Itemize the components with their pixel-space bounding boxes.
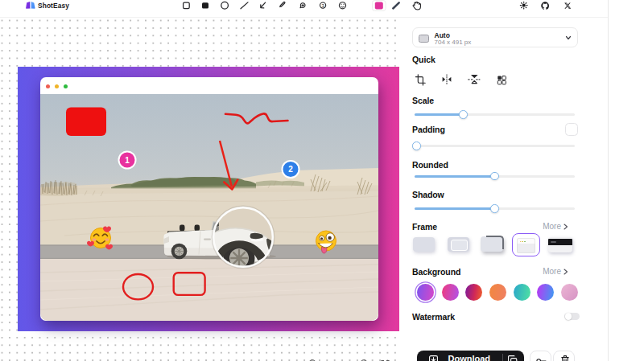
svg-text:2: 2 [288,165,293,174]
svg-text:ShotEasy: ShotEasy [38,2,69,10]
svg-text:1: 1 [125,156,130,165]
svg-text:3: 3 [321,3,324,8]
